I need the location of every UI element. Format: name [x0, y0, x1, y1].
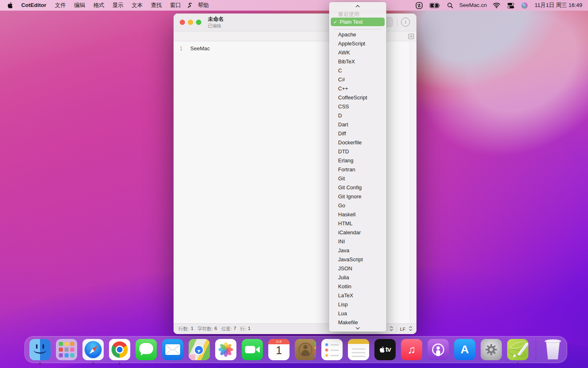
menu-item-git-ignore[interactable]: Git Ignore — [329, 192, 386, 201]
status-item-value: 7 — [234, 326, 236, 332]
menu-item-git-config[interactable]: Git Config — [329, 183, 386, 192]
apple-menu-icon[interactable] — [5, 2, 17, 9]
line-ending-stepper-icon[interactable] — [409, 326, 412, 332]
wifi-icon[interactable] — [491, 2, 502, 8]
menu-item-javascript[interactable]: JavaScript — [329, 255, 386, 264]
menubar-menu-help[interactable]: 帮助 — [194, 0, 213, 11]
scroll-up-icon[interactable] — [329, 3, 386, 9]
menubar-app-name[interactable]: CotEditor — [17, 0, 51, 11]
menu-item-kotlin[interactable]: Kotlin — [329, 282, 386, 291]
menu-item-c-[interactable]: C# — [329, 75, 386, 84]
checkmark-icon: ✓ — [331, 19, 340, 25]
contacts-dock-icon[interactable] — [295, 339, 316, 360]
script-menu-icon[interactable] — [185, 2, 194, 9]
tv-dock-icon[interactable]: tv — [374, 339, 396, 360]
menu-item-coffeescript[interactable]: CoffeeScript — [329, 93, 386, 102]
menu-item-git[interactable]: Git — [329, 174, 386, 183]
menu-item-c[interactable]: C — [329, 66, 386, 75]
menu-item-d[interactable]: D — [329, 111, 386, 120]
syntax-dropdown-menu: 最近使用 ✓ Plain Text ApacheAppleScriptAWKBi… — [329, 2, 386, 332]
selected-syntax-label: Plain Text — [340, 19, 363, 25]
trash-dock-icon[interactable] — [543, 339, 562, 360]
window-edited-badge: 已编辑 — [208, 23, 224, 29]
facetime-dock-icon[interactable] — [242, 339, 263, 360]
menu-item-selected[interactable]: ✓ Plain Text — [331, 18, 385, 26]
line-ending-value[interactable]: LF — [400, 327, 405, 332]
reminders-dock-icon[interactable] — [321, 339, 343, 360]
control-center-icon[interactable] — [506, 2, 516, 9]
menu-item-java[interactable]: Java — [329, 246, 386, 255]
menu-item-json[interactable]: JSON — [329, 264, 386, 273]
menu-item-dockerfile[interactable]: Dockerfile — [329, 138, 386, 147]
menubar-device-name[interactable]: SeeMac.cn — [459, 0, 488, 11]
menu-bar: CotEditor 文件编辑格式显示文本查找窗口 帮助 SeeMac.cn 11… — [0, 0, 588, 11]
launchpad-dock-icon[interactable] — [56, 339, 77, 360]
split-editor-icon[interactable] — [408, 34, 414, 41]
line-number: 1 — [174, 46, 183, 52]
status-item-label: 位置: — [221, 326, 232, 332]
photos-dock-icon[interactable] — [215, 339, 236, 360]
menubar-clock[interactable]: 11月1日 周三 16:49 — [533, 2, 582, 9]
maps-dock-icon[interactable]: ➤ — [189, 339, 210, 360]
menu-item-icalendar[interactable]: iCalendar — [329, 228, 386, 237]
battery-charging-icon[interactable] — [428, 3, 442, 8]
calendar-dock-icon[interactable]: 11月 1 — [268, 339, 290, 360]
menu-item-bibtex[interactable]: BibTeX — [329, 57, 386, 66]
inspector-info-button[interactable]: i — [401, 18, 410, 27]
close-button[interactable] — [180, 20, 185, 25]
menu-item-ini[interactable]: INI — [329, 237, 386, 246]
chrome-dock-icon[interactable] — [109, 339, 130, 360]
menu-item-lisp[interactable]: Lisp — [329, 300, 386, 309]
menu-item-dart[interactable]: Dart — [329, 120, 386, 129]
menubar-menu-2[interactable]: 格式 — [89, 0, 109, 11]
encoding-stepper-icon[interactable] — [390, 326, 393, 332]
menu-item-erlang[interactable]: Erlang — [329, 156, 386, 165]
editor-scrollbar-track[interactable] — [410, 42, 416, 323]
status-item-value: 1 — [191, 326, 193, 332]
menubar-menus: 文件编辑格式显示文本查找窗口 — [51, 0, 185, 11]
menubar-menu-6[interactable]: 窗口 — [166, 0, 185, 11]
spotlight-search-icon[interactable] — [445, 2, 455, 9]
minimize-button[interactable] — [188, 20, 193, 25]
music-dock-icon[interactable]: ♫ — [401, 339, 422, 360]
messages-dock-icon[interactable] — [136, 339, 157, 360]
siri-icon[interactable] — [520, 2, 529, 9]
menu-item-html[interactable]: HTML — [329, 219, 386, 228]
safari-dock-icon[interactable] — [82, 339, 104, 360]
menu-item-c-[interactable]: C++ — [329, 84, 386, 93]
menu-item-go[interactable]: Go — [329, 201, 386, 210]
appstore-dock-icon[interactable]: A — [454, 339, 475, 360]
menubar-menu-4[interactable]: 文本 — [128, 0, 147, 11]
menubar-menu-3[interactable]: 显示 — [109, 0, 128, 11]
switch-arrows-icon[interactable] — [414, 2, 424, 9]
menu-item-diff[interactable]: Diff — [329, 129, 386, 138]
running-indicator-dot — [517, 363, 519, 364]
editor-text-content[interactable]: SeeMac — [190, 45, 210, 52]
menu-item-dtd[interactable]: DTD — [329, 147, 386, 156]
menubar-menu-0[interactable]: 文件 — [51, 0, 70, 11]
mail-dock-icon[interactable] — [162, 339, 183, 360]
notes-dock-icon[interactable] — [348, 339, 369, 360]
menu-item-fortran[interactable]: Fortran — [329, 165, 386, 174]
podcasts-dock-icon[interactable] — [428, 339, 449, 360]
scroll-down-icon[interactable] — [329, 325, 386, 332]
menu-item-haskell[interactable]: Haskell — [329, 210, 386, 219]
status-item-value: 6 — [214, 326, 217, 332]
settings-dock-icon[interactable] — [481, 339, 502, 360]
menu-item-applescript[interactable]: AppleScript — [329, 39, 386, 48]
menu-item-css[interactable]: CSS — [329, 102, 386, 111]
menu-item-lua[interactable]: Lua — [329, 309, 386, 318]
status-item-0: 行数:1 — [178, 326, 194, 332]
finder-dock-icon[interactable] — [29, 339, 51, 360]
running-indicator-dot — [119, 363, 120, 364]
menu-item-julia[interactable]: Julia — [329, 273, 386, 282]
coteditor-dock-icon[interactable] — [507, 339, 528, 360]
menubar-menu-1[interactable]: 编辑 — [70, 0, 89, 11]
menubar-menu-5[interactable]: 查找 — [147, 0, 166, 11]
zoom-button[interactable] — [196, 20, 201, 25]
status-item-3: 行:1 — [240, 326, 250, 332]
menu-item-latex[interactable]: LaTeX — [329, 291, 386, 300]
status-item-1: 字符数:6 — [198, 326, 217, 332]
menu-item-apache[interactable]: Apache — [329, 30, 386, 39]
menu-item-awk[interactable]: AWK — [329, 48, 386, 57]
